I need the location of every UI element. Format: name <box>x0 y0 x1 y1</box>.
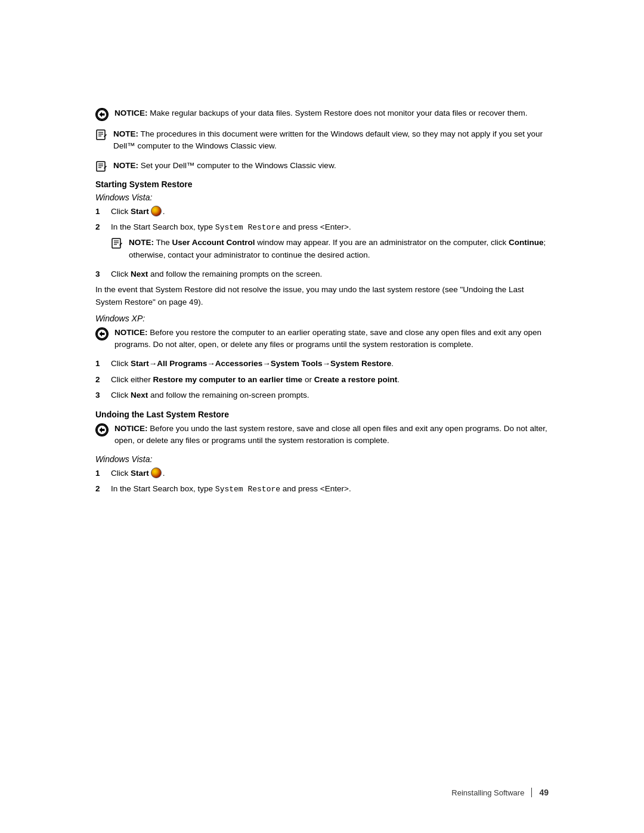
notice-text-1: NOTICE: Make regular backups of your dat… <box>114 107 549 119</box>
svg-rect-12 <box>112 239 120 248</box>
undoing-notice-text: NOTICE: Before you undo the last system … <box>114 423 549 447</box>
undoing-notice-block: NOTICE: Before you undo the last system … <box>95 423 549 447</box>
note-content-2: Set your Dell™ computer to the Windows C… <box>141 161 336 170</box>
note-text-1: NOTE: The procedures in this document we… <box>113 128 549 153</box>
vista-step-3: 3 Click Next and follow the remaining pr… <box>95 268 549 280</box>
footer-label: Reinstalling Software <box>451 788 524 797</box>
notice-content-1: Make regular backups of your data files.… <box>150 109 527 117</box>
note-label-1: NOTE: <box>113 129 138 138</box>
vista-steps-list-1: 1 Click Start. 2 In the Start Search box… <box>95 206 549 234</box>
nested-note-label-1: NOTE: <box>129 238 154 247</box>
xp-step-2: 2 Click either Restore my computer to an… <box>95 374 549 386</box>
svg-marker-20 <box>100 428 105 433</box>
next-bold-2: Next <box>131 391 148 400</box>
xp-step-1: 1 Click Start→All Programs→Accessories→S… <box>95 358 549 370</box>
code-system-restore-2: System Restore <box>215 485 280 494</box>
note-text-2: NOTE: Set your Dell™ computer to the Win… <box>113 160 549 172</box>
starting-system-restore-heading: Starting System Restore <box>95 179 549 189</box>
footer-page: 49 <box>539 788 549 797</box>
restore-option-bold: Restore my computer to an earlier time <box>153 375 303 384</box>
undoing-system-restore-heading: Undoing the Last System Restore <box>95 410 549 419</box>
xp-notice-label: NOTICE: <box>114 328 148 337</box>
nested-note-text-1: NOTE: The User Account Control window ma… <box>129 237 549 261</box>
undoing-vista-step-2: 2 In the Start Search box, type System R… <box>95 483 549 496</box>
note-content-1: The procedures in this document were wri… <box>113 129 543 150</box>
nested-note-block-1: NOTE: The User Account Control window ma… <box>111 237 549 261</box>
xp-steps-list: 1 Click Start→All Programs→Accessories→S… <box>95 358 549 401</box>
undoing-notice-label: NOTICE: <box>114 424 148 433</box>
xp-start-bold: Start→All Programs→Accessories→System To… <box>131 359 391 368</box>
next-bold-1: Next <box>131 270 148 278</box>
xp-notice-block: NOTICE: Before you restore the computer … <box>95 327 549 351</box>
xp-step-3: 3 Click Next and follow the remaining on… <box>95 389 549 401</box>
start-bold-2: Start <box>131 469 149 478</box>
footer: Reinstalling Software 49 <box>451 788 549 797</box>
xp-notice-arrow-icon <box>95 327 109 340</box>
windows-vista-label-1: Windows Vista: <box>95 193 549 202</box>
footer-divider <box>531 788 532 797</box>
notice-label-1: NOTICE: <box>114 109 148 117</box>
vista-step3-list: 3 Click Next and follow the remaining pr… <box>95 268 549 280</box>
note-pencil-icon-2 <box>95 160 107 172</box>
code-system-restore-1: System Restore <box>215 223 280 232</box>
svg-rect-2 <box>97 130 105 140</box>
svg-marker-18 <box>100 331 105 336</box>
undoing-vista-steps-list: 1 Click Start. 2 In the Start Search box… <box>95 467 549 496</box>
windows-globe-icon-2 <box>151 467 162 478</box>
nested-note-icon-1 <box>111 237 123 249</box>
svg-marker-1 <box>100 112 105 117</box>
windows-globe-icon-1 <box>151 206 162 216</box>
notice-arrow-icon <box>95 108 109 121</box>
windows-vista-label-2: Windows Vista: <box>95 454 549 464</box>
note-pencil-icon-1 <box>95 129 107 141</box>
vista-step-2: 2 In the Start Search box, type System R… <box>95 221 549 234</box>
notice-block-1: NOTICE: Make regular backups of your dat… <box>95 107 549 121</box>
start-bold-1: Start <box>131 207 149 216</box>
page: NOTICE: Make regular backups of your dat… <box>0 0 644 833</box>
undoing-vista-step-1: 1 Click Start. <box>95 467 549 479</box>
note-block-1: NOTE: The procedures in this document we… <box>95 128 549 153</box>
xp-notice-text: NOTICE: Before you restore the computer … <box>114 327 549 351</box>
windows-xp-label: Windows XP: <box>95 314 549 323</box>
svg-rect-7 <box>97 162 105 171</box>
note-label-2: NOTE: <box>113 161 138 170</box>
body-para-1: In the event that System Restore did not… <box>95 284 549 309</box>
note-block-2: NOTE: Set your Dell™ computer to the Win… <box>95 160 549 172</box>
undoing-notice-arrow-icon <box>95 423 109 436</box>
create-restore-bold: Create a restore point <box>314 375 398 384</box>
vista-step-1: 1 Click Start. <box>95 206 549 218</box>
